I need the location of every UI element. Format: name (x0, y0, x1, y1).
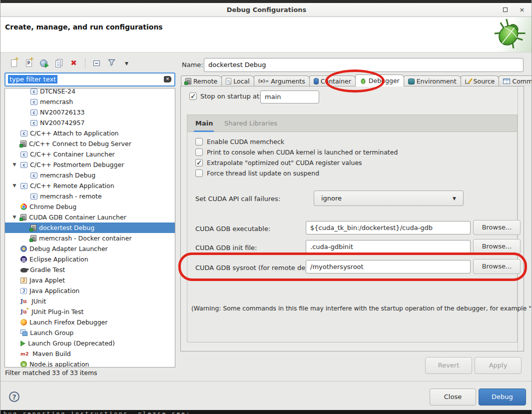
tree-item-debug-adapter-launcher[interactable]: Debug Adapter Launcher (5, 244, 175, 254)
filter-launch-configurations-button[interactable] (105, 57, 118, 70)
tree-item-content: JuJUnit Plug-in Test (20, 306, 83, 317)
close-button[interactable]: Close (430, 388, 476, 406)
delete-launch-configuration-button[interactable]: ✖ (67, 57, 80, 70)
tree-item-label: memcrash (40, 96, 73, 107)
tree-item-c-c-remote-application[interactable]: ▼cC/C++ Remote Application (5, 180, 175, 191)
tree-item-launch-firefox-debugger[interactable]: Launch Firefox Debugger (5, 317, 175, 328)
tree-item-junit[interactable]: JuJUnit (5, 296, 175, 306)
tree-item-memcrash-remote[interactable]: cmemcrash - remote (5, 191, 175, 202)
server-icon (30, 224, 36, 231)
applet-icon: J (20, 278, 27, 284)
tree-item-node-js-application[interactable]: nNode.js application (5, 359, 175, 368)
tree-item-memcrash-docker-container[interactable]: memcrash - Docker container (5, 233, 175, 244)
tab-source[interactable]: Source (461, 76, 500, 86)
tree-item-c-c-postmortem-debugger[interactable]: ▼cC/C++ Postmortem Debugger (5, 160, 175, 170)
duplicate-launch-configuration-button[interactable] (52, 57, 65, 70)
tab-main[interactable]: Main (195, 120, 213, 127)
title-bar[interactable]: Debug Configurations × (0, 3, 532, 17)
tree-item-label: Chrome Debug (29, 202, 76, 212)
tree-item-c-c-container-launcher[interactable]: cC/C++ Container Launcher (5, 149, 175, 160)
tab-label: Common (512, 78, 532, 85)
new-launch-configuration-icon (11, 60, 17, 67)
chevron-down-icon: ▼ (453, 196, 456, 201)
stop-on-startup-label: Stop on startup at: (200, 92, 261, 100)
tree-item-label: Launch Group (30, 328, 73, 338)
c-icon: c (30, 99, 37, 105)
tab-common[interactable]: Common (499, 76, 532, 86)
tree-item-nv200726133[interactable]: cNV200726133 (5, 107, 175, 118)
tree-item-content: Gradle Test (20, 264, 65, 275)
tab-shared-libraries[interactable]: Shared Libraries (224, 120, 277, 127)
bottom-separator (0, 381, 532, 382)
filter-status: Filter matched 33 of 33 items (5, 369, 97, 376)
filter-input[interactable]: type filter text ✕ (4, 72, 175, 86)
stop-on-startup-field[interactable]: main (260, 90, 319, 104)
tree-item-junit-plug-in-test[interactable]: JuJUnit Plug-in Test (5, 306, 175, 317)
tree-item-java-application[interactable]: JJava Application (5, 286, 175, 296)
tree-item-memcrash[interactable]: cmemcrash (5, 96, 175, 107)
tree-item-chrome-debug[interactable]: Chrome Debug (5, 202, 175, 212)
field-input-cuda-gdb-sysroot-for-remote-de[interactable]: /myothersysroot (306, 260, 471, 274)
help-button[interactable]: ? (9, 392, 19, 402)
stop-on-startup-row: Stop on startup at: main (189, 92, 261, 100)
revert-button[interactable]: Revert (425, 357, 472, 374)
tab-local[interactable]: Local (221, 76, 254, 86)
tree-item-eclipse-application[interactable]: Eclipse Application (5, 254, 175, 264)
export-launch-configurations-button[interactable] (37, 57, 50, 70)
expander-icon[interactable]: ▼ (11, 212, 17, 222)
field-label: CUDA GDB init file: (195, 244, 257, 252)
tab-environment[interactable]: Environment (404, 76, 461, 86)
debug-button[interactable]: Debug (479, 388, 526, 406)
c-icon: c (20, 152, 27, 158)
tree-item-memcrash-debug[interactable]: cmemcrash Debug (5, 170, 175, 180)
tree-item-content: cmemcrash Debug (30, 170, 95, 180)
tree-item-maven-build[interactable]: m2Maven Build (5, 348, 175, 359)
expander-icon[interactable]: ▼ (11, 180, 17, 191)
configurations-tree[interactable]: cDTCNSE-24cmemcrashcNV200726133cNV200742… (4, 88, 175, 368)
tree-item-label: NV200742957 (40, 118, 84, 128)
checkbox-label: Force thread list update on suspend (207, 170, 319, 177)
tree-item-cuda-gdb-container-launcher[interactable]: ▼CUDA GDB Container Launcher (5, 212, 175, 222)
new-launch-configuration-prototype-button[interactable] (22, 57, 35, 70)
clear-filter-icon[interactable]: ✕ (164, 76, 171, 82)
tree-item-nv200742957[interactable]: cNV200742957 (5, 118, 175, 128)
tab-arguments[interactable]: (x)=Arguments (254, 76, 310, 86)
field-input-cuda-gdb-init-file-[interactable]: .cuda-gdbinit (306, 240, 471, 254)
tree-item-dockertest-debug[interactable]: dockertest Debug (5, 222, 175, 233)
junit-icon: Ju (20, 298, 29, 304)
tab-debugger[interactable]: Debugger (355, 74, 404, 86)
stop-on-startup-checkbox[interactable] (189, 92, 197, 100)
tree-item-c-c-connect-to-debug-server[interactable]: C/C++ Connect to Debug Server (5, 138, 175, 149)
tree-item-java-applet[interactable]: JJava Applet (5, 275, 175, 286)
tree-item-launch-group[interactable]: Launch Group (5, 328, 175, 338)
option-row: Enable CUDA memcheck (195, 138, 284, 146)
checkbox-enable-cuda-memcheck[interactable] (195, 138, 203, 146)
name-field[interactable]: dockertest Debug (204, 58, 524, 72)
view-menu-button[interactable]: ▼ (120, 57, 133, 70)
checkbox-extrapolate-optimized-out-cuda-register-[interactable] (195, 159, 203, 166)
collapse-all-button[interactable] (90, 57, 103, 70)
tab-container[interactable]: Container (309, 76, 356, 86)
new-launch-configuration-button[interactable] (7, 57, 20, 70)
tab-remote[interactable]: Remote (181, 76, 222, 86)
api-failures-dropdown[interactable]: ignore ▼ (314, 190, 464, 206)
tree-item-content: Launch Group (Deprecated) (20, 338, 115, 348)
maximize-button[interactable] (500, 6, 511, 14)
browse-button[interactable]: Browse... (473, 239, 521, 254)
chrome-icon (20, 204, 27, 210)
tree-item-c-c-attach-to-application[interactable]: cC/C++ Attach to Application (5, 128, 175, 138)
browse-button[interactable]: Browse... (473, 220, 521, 235)
tree-item-label: Java Applet (29, 275, 65, 286)
apply-button[interactable]: Apply (475, 357, 522, 374)
tree-item-content: JJava Applet (20, 275, 65, 286)
checkbox-print-to-console-when-cuda-kernel-is-lau[interactable] (195, 148, 203, 156)
close-window-button[interactable]: × (517, 6, 528, 14)
checkbox-force-thread-list-update-on-suspend[interactable] (195, 170, 203, 177)
tree-item-launch-group-deprecated[interactable]: Launch Group (Deprecated) (5, 338, 175, 348)
tree-item-gradle-test[interactable]: Gradle Test (5, 264, 175, 275)
field-input-cuda-gdb-executable-[interactable]: ${cuda_tk_bin:/dockertest}/cuda-gdb (306, 221, 471, 234)
browse-button[interactable]: Browse... (473, 259, 521, 274)
tree-item-label: Debug Adapter Launcher (29, 244, 108, 254)
expander-icon[interactable]: ▼ (11, 160, 17, 170)
tree-item-dtcnse-24[interactable]: cDTCNSE-24 (5, 88, 175, 96)
